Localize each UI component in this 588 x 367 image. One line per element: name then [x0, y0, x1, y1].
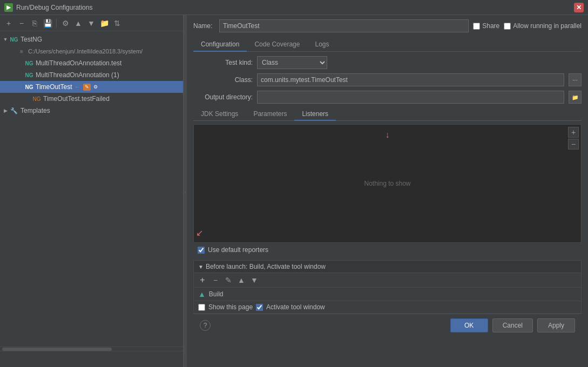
- help-button[interactable]: ?: [200, 320, 211, 331]
- tab-code-coverage[interactable]: Code Coverage: [247, 38, 307, 52]
- horizontal-scrollbar[interactable]: [0, 346, 183, 351]
- testng-icon-multi1: NG: [25, 71, 33, 79]
- tree-item-timeouttest[interactable]: NG TimeOutTest ← ✎ ⚙: [0, 81, 183, 93]
- save-config-button[interactable]: 💾: [42, 18, 53, 29]
- inner-tabs: JDK Settings Parameters Listeners: [193, 108, 582, 121]
- remove-config-button[interactable]: −: [16, 18, 27, 29]
- tree-item-testng[interactable]: ▼ NG TestNG: [0, 33, 183, 45]
- inner-tab-listeners[interactable]: Listeners: [294, 108, 336, 121]
- listeners-remove-button[interactable]: −: [568, 139, 579, 149]
- folder-button[interactable]: 📁: [99, 18, 110, 29]
- move-up-button[interactable]: ▲: [73, 18, 84, 29]
- ok-button[interactable]: OK: [450, 318, 488, 332]
- tree-label-timeout: TimeOutTest: [36, 83, 72, 91]
- name-input[interactable]: [219, 19, 469, 32]
- config-icon-system: ≡: [17, 47, 26, 56]
- before-launch-remove-button[interactable]: −: [210, 275, 221, 286]
- sort-button[interactable]: ⇅: [112, 18, 123, 29]
- before-launch-header[interactable]: ▼ Before launch: Build, Activate tool wi…: [194, 261, 581, 273]
- tree-label-testng: TestNG: [21, 36, 42, 43]
- apply-button[interactable]: Apply: [537, 318, 575, 332]
- share-checkbox-item: Share: [473, 22, 499, 30]
- before-launch-section: ▼ Before launch: Build, Activate tool wi…: [193, 260, 582, 314]
- badge-info: ⚙: [92, 84, 99, 91]
- class-browse-button[interactable]: ···: [569, 73, 582, 86]
- output-browse-button[interactable]: 📁: [569, 91, 582, 104]
- tree-label-system: C:/Users/chenjun/.IntelliIdea2018.3/syst…: [28, 48, 143, 55]
- expand-icon-timeout: [17, 84, 24, 90]
- right-panel: Name: Share Allow running in parallel Co…: [187, 15, 588, 367]
- output-input[interactable]: [257, 91, 564, 104]
- before-launch-toolbar: + − ✎ ▲ ▼: [194, 273, 581, 288]
- tree-item-multithreadonannotation1[interactable]: NG MultiThreadOnAnnotation (1): [0, 69, 183, 81]
- left-toolbar: + − ⎘ 💾 ⚙ ▲ ▼ 📁 ⇅: [0, 15, 183, 31]
- listeners-area: ↓ Nothing to show ↙ + −: [193, 124, 582, 243]
- settings-button[interactable]: ⚙: [60, 18, 71, 29]
- output-dir-row: Output directory: 📁: [193, 91, 582, 104]
- bottom-bar: ? OK Cancel Apply: [193, 314, 582, 337]
- copy-config-button[interactable]: ⎘: [29, 18, 40, 29]
- activate-checkbox[interactable]: [256, 304, 263, 311]
- badge-edit: ✎: [83, 84, 91, 91]
- tab-configuration[interactable]: Configuration: [193, 38, 247, 52]
- test-kind-select[interactable]: Class Method Suite Package Group: [257, 56, 327, 69]
- move-down-button[interactable]: ▼: [86, 18, 97, 29]
- before-launch-up-button[interactable]: ▲: [236, 275, 247, 286]
- config-tree: ▼ NG TestNG ≡ C:/Users/chenjun/.IntelliI…: [0, 31, 183, 346]
- build-icon: ▲: [198, 290, 206, 298]
- tree-item-multithreadonannotation[interactable]: NG MultiThreadOnAnnotation.test: [0, 57, 183, 69]
- inner-tab-parameters[interactable]: Parameters: [246, 108, 294, 121]
- left-panel: + − ⎘ 💾 ⚙ ▲ ▼ 📁 ⇅ ▼ NG TestNG ≡ C:/Users…: [0, 15, 184, 367]
- window-title: Run/Debug Configurations: [16, 4, 92, 11]
- nothing-label: Nothing to show: [364, 180, 410, 187]
- parallel-label: Allow running in parallel: [513, 22, 582, 30]
- red-arrow-left-icon: ↙: [196, 228, 203, 238]
- toolbar-separator-1: [56, 19, 57, 28]
- tree-label-templates: Templates: [21, 107, 50, 114]
- name-label: Name:: [193, 22, 215, 30]
- before-launch-items: ▲ Build: [194, 288, 581, 301]
- before-launch-add-button[interactable]: +: [197, 275, 208, 286]
- show-page-row: Show this page Activate tool window: [194, 301, 581, 313]
- class-input[interactable]: [257, 73, 564, 86]
- use-default-label: Use default reporters: [208, 246, 268, 254]
- cancel-button[interactable]: Cancel: [492, 318, 533, 332]
- parallel-checkbox[interactable]: [504, 23, 511, 30]
- edit-badges: ✎ ⚙: [83, 84, 99, 91]
- tab-logs[interactable]: Logs: [307, 38, 336, 52]
- tree-item-timeouttest-failed[interactable]: NG TimeOutTest.testFailed: [0, 93, 183, 105]
- test-kind-row: Test kind: Class Method Suite Package Gr…: [193, 56, 582, 69]
- expand-icon-multi1: [17, 72, 24, 78]
- tree-label-multi1: MultiThreadOnAnnotation (1): [36, 71, 119, 79]
- before-launch-collapse-icon: ▼: [198, 264, 204, 270]
- main-tabs: Configuration Code Coverage Logs: [193, 38, 582, 52]
- expand-icon-failed: [25, 96, 31, 102]
- tree-item-system[interactable]: ≡ C:/Users/chenjun/.IntelliIdea2018.3/sy…: [0, 45, 183, 57]
- name-row: Name: Share Allow running in parallel: [193, 19, 582, 32]
- output-label: Output directory:: [193, 93, 253, 101]
- tree-label-multi: MultiThreadOnAnnotation.test: [36, 59, 121, 67]
- title-bar: ▶ Run/Debug Configurations ✕: [0, 0, 588, 15]
- testng-icon-timeout: NG: [25, 83, 33, 91]
- add-config-button[interactable]: +: [3, 18, 14, 29]
- listeners-add-button[interactable]: +: [568, 127, 579, 138]
- before-launch-down-button[interactable]: ▼: [249, 275, 260, 286]
- close-button[interactable]: ✕: [574, 3, 584, 12]
- arrow-indicator: ←: [75, 83, 81, 91]
- share-label: Share: [482, 22, 499, 30]
- testng-icon: NG: [10, 35, 18, 44]
- folder-icon-templates: 🔧: [10, 106, 18, 115]
- share-checkbox[interactable]: [473, 23, 480, 30]
- inner-tab-jdk[interactable]: JDK Settings: [193, 108, 246, 121]
- config-icon-failed: NG: [32, 94, 41, 103]
- tree-item-templates[interactable]: ▶ 🔧 Templates: [0, 105, 183, 117]
- expand-icon-testng: ▼: [2, 36, 9, 43]
- use-default-row: Use default reporters: [193, 243, 582, 256]
- expand-icon-templates: ▶: [2, 107, 9, 114]
- app-icon: ▶: [4, 3, 13, 12]
- use-default-checkbox[interactable]: [198, 247, 205, 254]
- show-page-label: Show this page: [208, 303, 253, 311]
- before-launch-edit-button[interactable]: ✎: [223, 275, 234, 286]
- show-page-checkbox[interactable]: [198, 304, 205, 311]
- configuration-content: Test kind: Class Method Suite Package Gr…: [193, 56, 582, 108]
